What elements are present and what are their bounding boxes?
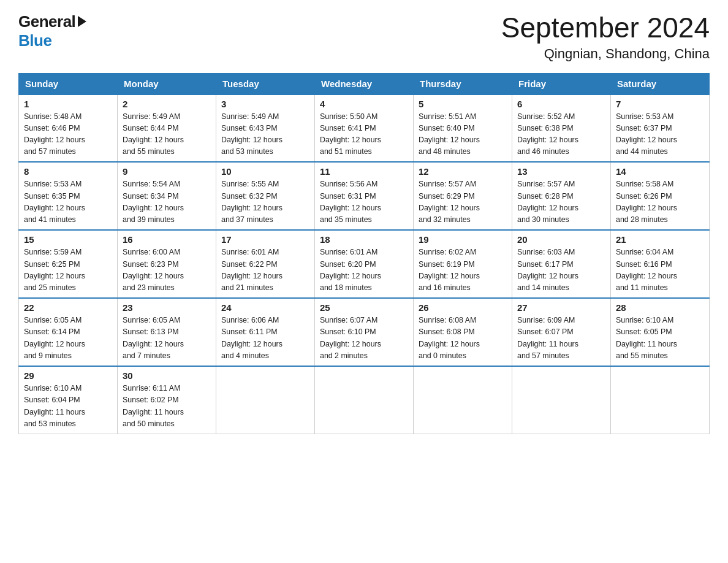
day-info: Sunrise: 6:00 AM Sunset: 6:23 PM Dayligh…	[123, 247, 211, 294]
calendar-day-cell: 12 Sunrise: 5:57 AM Sunset: 6:29 PM Dayl…	[414, 162, 512, 230]
day-info: Sunrise: 6:06 AM Sunset: 6:11 PM Dayligh…	[221, 315, 309, 362]
day-number: 13	[517, 166, 605, 177]
calendar-day-cell: 24 Sunrise: 6:06 AM Sunset: 6:11 PM Dayl…	[216, 298, 315, 366]
calendar-week-row: 15 Sunrise: 5:59 AM Sunset: 6:25 PM Dayl…	[19, 230, 710, 298]
day-info: Sunrise: 6:01 AM Sunset: 6:22 PM Dayligh…	[221, 247, 309, 294]
day-info: Sunrise: 5:56 AM Sunset: 6:31 PM Dayligh…	[320, 178, 408, 226]
day-number: 21	[616, 234, 704, 245]
day-info: Sunrise: 5:59 AM Sunset: 6:25 PM Dayligh…	[24, 247, 112, 294]
day-number: 26	[419, 302, 507, 313]
calendar-day-cell: 10 Sunrise: 5:55 AM Sunset: 6:32 PM Dayl…	[216, 162, 315, 230]
day-info: Sunrise: 5:48 AM Sunset: 6:46 PM Dayligh…	[24, 111, 112, 158]
calendar-day-cell	[216, 366, 315, 434]
calendar-header-row: Sunday Monday Tuesday Wednesday Thursday…	[19, 73, 710, 94]
day-number: 7	[616, 99, 704, 109]
day-info: Sunrise: 5:51 AM Sunset: 6:40 PM Dayligh…	[419, 111, 507, 158]
calendar-week-row: 29 Sunrise: 6:10 AM Sunset: 6:04 PM Dayl…	[19, 366, 710, 434]
calendar-day-cell: 7 Sunrise: 5:53 AM Sunset: 6:37 PM Dayli…	[611, 94, 710, 163]
logo-general-text: General	[18, 12, 75, 31]
day-number: 27	[517, 302, 605, 313]
calendar-day-cell: 14 Sunrise: 5:58 AM Sunset: 6:26 PM Dayl…	[611, 162, 710, 230]
day-number: 15	[24, 234, 112, 245]
col-tuesday: Tuesday	[216, 73, 315, 94]
day-number: 28	[616, 302, 704, 313]
day-info: Sunrise: 6:11 AM Sunset: 6:02 PM Dayligh…	[123, 383, 211, 430]
calendar-day-cell	[611, 366, 710, 434]
day-number: 18	[320, 234, 408, 245]
calendar-day-cell: 8 Sunrise: 5:53 AM Sunset: 6:35 PM Dayli…	[19, 162, 118, 230]
day-number: 2	[123, 99, 211, 109]
calendar-day-cell: 29 Sunrise: 6:10 AM Sunset: 6:04 PM Dayl…	[19, 366, 118, 434]
day-number: 25	[320, 302, 408, 313]
day-info: Sunrise: 6:10 AM Sunset: 6:05 PM Dayligh…	[616, 315, 704, 362]
calendar-day-cell: 6 Sunrise: 5:52 AM Sunset: 6:38 PM Dayli…	[512, 94, 611, 163]
day-number: 5	[419, 99, 507, 109]
calendar-day-cell: 30 Sunrise: 6:11 AM Sunset: 6:02 PM Dayl…	[118, 366, 216, 434]
calendar-day-cell: 22 Sunrise: 6:05 AM Sunset: 6:14 PM Dayl…	[19, 298, 118, 366]
col-wednesday: Wednesday	[315, 73, 414, 94]
day-number: 9	[123, 166, 211, 177]
day-number: 4	[320, 99, 408, 109]
day-info: Sunrise: 5:53 AM Sunset: 6:35 PM Dayligh…	[24, 178, 112, 226]
day-info: Sunrise: 6:05 AM Sunset: 6:14 PM Dayligh…	[24, 315, 112, 362]
calendar-day-cell	[414, 366, 512, 434]
day-number: 30	[123, 370, 211, 381]
day-info: Sunrise: 6:02 AM Sunset: 6:19 PM Dayligh…	[419, 247, 507, 294]
day-number: 16	[123, 234, 211, 245]
calendar-day-cell: 25 Sunrise: 6:07 AM Sunset: 6:10 PM Dayl…	[315, 298, 414, 366]
calendar-week-row: 8 Sunrise: 5:53 AM Sunset: 6:35 PM Dayli…	[19, 162, 710, 230]
day-number: 10	[221, 166, 309, 177]
day-info: Sunrise: 5:53 AM Sunset: 6:37 PM Dayligh…	[616, 111, 704, 158]
calendar-table: Sunday Monday Tuesday Wednesday Thursday…	[18, 73, 710, 434]
logo: General Blue	[18, 12, 86, 50]
day-info: Sunrise: 6:08 AM Sunset: 6:08 PM Dayligh…	[419, 315, 507, 362]
calendar-day-cell: 9 Sunrise: 5:54 AM Sunset: 6:34 PM Dayli…	[118, 162, 216, 230]
calendar-day-cell: 1 Sunrise: 5:48 AM Sunset: 6:46 PM Dayli…	[19, 94, 118, 163]
day-number: 11	[320, 166, 408, 177]
page-header: General Blue September 2024 Qingnian, Sh…	[18, 12, 710, 62]
day-number: 6	[517, 99, 605, 109]
location-subtitle: Qingnian, Shandong, China	[501, 46, 710, 62]
calendar-day-cell: 16 Sunrise: 6:00 AM Sunset: 6:23 PM Dayl…	[118, 230, 216, 298]
calendar-day-cell: 26 Sunrise: 6:08 AM Sunset: 6:08 PM Dayl…	[414, 298, 512, 366]
day-number: 12	[419, 166, 507, 177]
calendar-day-cell: 17 Sunrise: 6:01 AM Sunset: 6:22 PM Dayl…	[216, 230, 315, 298]
day-info: Sunrise: 6:05 AM Sunset: 6:13 PM Dayligh…	[123, 315, 211, 362]
day-info: Sunrise: 5:52 AM Sunset: 6:38 PM Dayligh…	[517, 111, 605, 158]
calendar-day-cell: 19 Sunrise: 6:02 AM Sunset: 6:19 PM Dayl…	[414, 230, 512, 298]
day-info: Sunrise: 5:57 AM Sunset: 6:28 PM Dayligh…	[517, 178, 605, 226]
day-info: Sunrise: 5:55 AM Sunset: 6:32 PM Dayligh…	[221, 178, 309, 226]
day-info: Sunrise: 5:49 AM Sunset: 6:43 PM Dayligh…	[221, 111, 309, 158]
day-info: Sunrise: 5:57 AM Sunset: 6:29 PM Dayligh…	[419, 178, 507, 226]
logo-blue-text: Blue	[18, 31, 51, 50]
day-info: Sunrise: 6:04 AM Sunset: 6:16 PM Dayligh…	[616, 247, 704, 294]
day-number: 14	[616, 166, 704, 177]
title-block: September 2024 Qingnian, Shandong, China	[501, 12, 710, 62]
day-number: 23	[123, 302, 211, 313]
day-info: Sunrise: 5:54 AM Sunset: 6:34 PM Dayligh…	[123, 178, 211, 226]
calendar-day-cell: 4 Sunrise: 5:50 AM Sunset: 6:41 PM Dayli…	[315, 94, 414, 163]
day-info: Sunrise: 5:58 AM Sunset: 6:26 PM Dayligh…	[616, 178, 704, 226]
calendar-day-cell: 20 Sunrise: 6:03 AM Sunset: 6:17 PM Dayl…	[512, 230, 611, 298]
col-saturday: Saturday	[611, 73, 710, 94]
calendar-day-cell: 15 Sunrise: 5:59 AM Sunset: 6:25 PM Dayl…	[19, 230, 118, 298]
day-number: 3	[221, 99, 309, 109]
calendar-day-cell: 18 Sunrise: 6:01 AM Sunset: 6:20 PM Dayl…	[315, 230, 414, 298]
calendar-day-cell: 28 Sunrise: 6:10 AM Sunset: 6:05 PM Dayl…	[611, 298, 710, 366]
calendar-day-cell: 23 Sunrise: 6:05 AM Sunset: 6:13 PM Dayl…	[118, 298, 216, 366]
day-number: 8	[24, 166, 112, 177]
col-monday: Monday	[118, 73, 216, 94]
calendar-day-cell: 5 Sunrise: 5:51 AM Sunset: 6:40 PM Dayli…	[414, 94, 512, 163]
calendar-day-cell	[512, 366, 611, 434]
col-sunday: Sunday	[19, 73, 118, 94]
day-number: 17	[221, 234, 309, 245]
calendar-week-row: 1 Sunrise: 5:48 AM Sunset: 6:46 PM Dayli…	[19, 94, 710, 163]
calendar-day-cell: 21 Sunrise: 6:04 AM Sunset: 6:16 PM Dayl…	[611, 230, 710, 298]
day-info: Sunrise: 5:49 AM Sunset: 6:44 PM Dayligh…	[123, 111, 211, 158]
col-thursday: Thursday	[414, 73, 512, 94]
calendar-day-cell: 11 Sunrise: 5:56 AM Sunset: 6:31 PM Dayl…	[315, 162, 414, 230]
day-number: 24	[221, 302, 309, 313]
day-number: 22	[24, 302, 112, 313]
day-info: Sunrise: 6:01 AM Sunset: 6:20 PM Dayligh…	[320, 247, 408, 294]
day-number: 1	[24, 99, 112, 109]
